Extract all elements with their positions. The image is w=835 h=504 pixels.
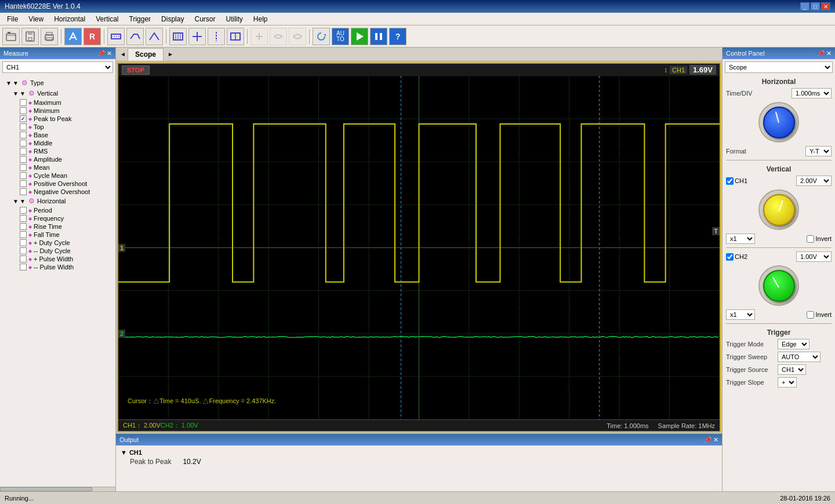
tab-left-arrow[interactable]: ◄ bbox=[118, 47, 128, 61]
tb-ramp[interactable] bbox=[146, 28, 163, 45]
menu-trigger[interactable]: Trigger bbox=[125, 14, 156, 24]
menu-file[interactable]: File bbox=[2, 14, 23, 24]
ch2-scale-select[interactable]: x1 x10 x100 bbox=[726, 309, 755, 320]
cb-frequency[interactable] bbox=[20, 215, 27, 222]
cb-cycle-mean[interactable] bbox=[20, 172, 27, 179]
output-expand-icon[interactable]: ▼ bbox=[121, 449, 127, 456]
trigger-mode-select[interactable]: Edge Pulse Video Slope bbox=[778, 339, 809, 349]
ch2-vdiv-select[interactable]: 50mV 100mV 200mV 500mV 1.00V 2.00V 5.00V bbox=[796, 251, 832, 262]
tb-help[interactable]: ? bbox=[389, 28, 406, 45]
cb-amplitude[interactable] bbox=[20, 156, 27, 163]
ch1-scale-select[interactable]: x1 x10 x100 bbox=[726, 233, 755, 244]
tree-mean[interactable]: ◆ Mean bbox=[1, 163, 114, 171]
menu-vertical[interactable]: Vertical bbox=[91, 14, 123, 24]
cb-top[interactable] bbox=[20, 123, 27, 130]
ch1-knob[interactable] bbox=[763, 194, 795, 226]
ch1-invert-checkbox[interactable] bbox=[807, 235, 814, 243]
tree-pulse-plus[interactable]: ◆ + Pulse Width bbox=[1, 255, 114, 263]
menu-view[interactable]: View bbox=[24, 14, 48, 24]
horizontal-knob[interactable] bbox=[763, 107, 795, 138]
menu-help[interactable]: Help bbox=[249, 14, 273, 24]
tree-cycle-mean[interactable]: ◆ Cycle Mean bbox=[1, 171, 114, 180]
output-close-icon[interactable]: ✕ bbox=[713, 436, 718, 444]
menu-utility[interactable]: Utility bbox=[221, 14, 247, 24]
tree-minimum[interactable]: ◆ Minimum bbox=[1, 107, 114, 115]
tb-measure[interactable] bbox=[169, 28, 187, 45]
tab-scope[interactable]: Scope bbox=[128, 48, 164, 61]
cb-pos-overshoot[interactable] bbox=[20, 180, 27, 187]
cb-mean[interactable] bbox=[20, 164, 27, 171]
tb-run[interactable] bbox=[351, 28, 368, 45]
tree-period[interactable]: ◆ Period bbox=[1, 206, 114, 214]
tb-zoom[interactable] bbox=[227, 28, 244, 45]
measure-close-icon[interactable]: ✕ bbox=[107, 50, 112, 57]
scope-select[interactable]: Scope bbox=[725, 61, 833, 73]
ch2-invert-checkbox[interactable] bbox=[807, 311, 814, 319]
stop-button[interactable]: STOP bbox=[122, 65, 150, 75]
cb-maximum[interactable] bbox=[20, 99, 27, 106]
tb-ch2[interactable] bbox=[126, 28, 144, 45]
tree-peak-to-peak[interactable]: ✓ ◆ Peak to Peak bbox=[1, 115, 114, 123]
cb-middle[interactable] bbox=[20, 140, 27, 147]
tb-auto[interactable]: AUTO bbox=[332, 28, 349, 45]
cb-pulse-minus[interactable] bbox=[20, 264, 27, 271]
cp-pin-icon[interactable]: 📌 bbox=[817, 50, 825, 57]
tb-save[interactable] bbox=[21, 28, 39, 45]
ch2-knob-outer[interactable] bbox=[758, 265, 799, 306]
ch1-vdiv-select[interactable]: 50mV 100mV 200mV 500mV 1.00V 2.00V 5.00V bbox=[796, 176, 832, 186]
tree-horizontal-root[interactable]: ▼ ▼ ⚙ Horizontal bbox=[1, 196, 114, 206]
tree-middle[interactable]: ◆ Middle bbox=[1, 139, 114, 147]
menu-display[interactable]: Display bbox=[157, 14, 188, 24]
tb-disabled1[interactable] bbox=[251, 28, 268, 45]
cb-neg-overshoot[interactable] bbox=[20, 188, 27, 195]
maximize-btn[interactable]: □ bbox=[811, 2, 820, 10]
measure-pin-icon[interactable]: 📌 bbox=[97, 50, 106, 57]
cb-pulse-plus[interactable] bbox=[20, 255, 27, 262]
ch2-checkbox[interactable] bbox=[726, 253, 734, 261]
close-btn[interactable]: ✕ bbox=[821, 2, 830, 10]
trigger-source-select[interactable]: CH1 CH2 EXT bbox=[778, 364, 806, 375]
menu-cursor[interactable]: Cursor bbox=[190, 14, 220, 24]
tree-maximum[interactable]: ◆ Maximum bbox=[1, 98, 114, 107]
format-select[interactable]: Y-T X-Y bbox=[805, 146, 832, 156]
minimize-btn[interactable]: _ bbox=[800, 2, 809, 10]
tree-duty-plus[interactable]: ◆ + Duty Cycle bbox=[1, 239, 114, 247]
cb-peak-to-peak[interactable]: ✓ bbox=[20, 115, 27, 122]
output-pin-icon[interactable]: 📌 bbox=[704, 436, 712, 444]
tree-fall-time[interactable]: ◆ Fall Time bbox=[1, 231, 114, 239]
tree-pulse-minus[interactable]: ◆ -- Pulse Width bbox=[1, 263, 114, 271]
tree-top[interactable]: ◆ Top bbox=[1, 123, 114, 131]
cb-minimum[interactable] bbox=[20, 107, 27, 114]
channel-dropdown[interactable]: CH1 CH2 bbox=[2, 61, 113, 73]
ch2-knob[interactable] bbox=[763, 270, 795, 302]
tab-right-arrow[interactable]: ► bbox=[166, 47, 175, 61]
tree-base[interactable]: ◆ Base bbox=[1, 131, 114, 139]
cb-base[interactable] bbox=[20, 132, 27, 138]
tb-reset[interactable]: R bbox=[84, 28, 101, 45]
tree-duty-minus[interactable]: ◆ -- Duty Cycle bbox=[1, 247, 114, 255]
tb-marker[interactable] bbox=[208, 28, 225, 45]
tb-print[interactable] bbox=[41, 28, 58, 45]
cb-fall-time[interactable] bbox=[20, 231, 27, 238]
tree-frequency[interactable]: ◆ Frequency bbox=[1, 214, 114, 222]
tree-type-root[interactable]: ▼ ▼ ⚙ Type bbox=[1, 78, 114, 88]
tree-vertical-root[interactable]: ▼ ▼ ⚙ Vertical bbox=[1, 88, 114, 98]
cp-close-icon[interactable]: ✕ bbox=[826, 50, 832, 57]
time-div-select[interactable]: 100us 200us 500us 1.000ms 2ms 5ms bbox=[792, 88, 832, 98]
tb-replay[interactable] bbox=[313, 28, 330, 45]
tree-pos-overshoot[interactable]: ◆ Positive Overshoot bbox=[1, 180, 114, 188]
tb-disabled2[interactable] bbox=[270, 28, 287, 45]
cb-duty-plus[interactable] bbox=[20, 239, 27, 246]
cb-rise-time[interactable] bbox=[20, 223, 27, 230]
cb-rms[interactable] bbox=[20, 148, 27, 155]
trigger-slope-select[interactable]: + - bbox=[778, 377, 797, 388]
ch1-knob-outer[interactable] bbox=[758, 189, 799, 230]
tb-autoscale[interactable] bbox=[64, 28, 82, 45]
tree-amplitude[interactable]: ◆ Amplitude bbox=[1, 155, 114, 163]
tb-cursor[interactable] bbox=[188, 28, 206, 45]
ch1-checkbox[interactable] bbox=[726, 177, 734, 185]
tb-ch1[interactable] bbox=[107, 28, 125, 45]
cb-duty-minus[interactable] bbox=[20, 247, 27, 254]
tree-neg-overshoot[interactable]: ◆ Negative Overshoot bbox=[1, 188, 114, 196]
trigger-sweep-select[interactable]: AUTO NORMAL SINGLE bbox=[778, 352, 821, 362]
